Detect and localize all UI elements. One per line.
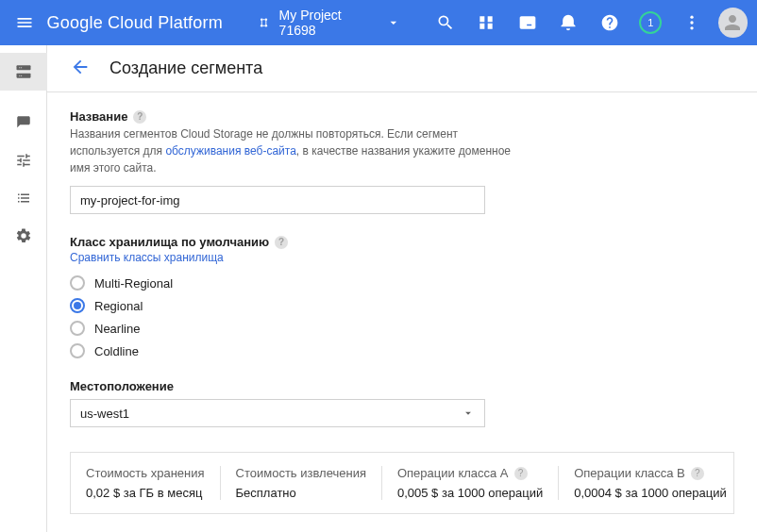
arrow-back-icon [70,57,91,77]
bell-icon [559,13,578,32]
name-label-row: Название ? [70,109,734,124]
svg-point-3 [264,25,267,27]
location-value: us-west1 [80,407,129,421]
more-button[interactable] [677,8,706,38]
page-body: Создание сегмента Название ? Названия се… [47,45,757,532]
location-label: Местоположение [70,379,734,393]
storage-class-radios: Multi-Regional Regional Nearline Coldlin… [70,272,734,362]
class-label: Класс хранилища по умолчанию [70,235,269,249]
more-vert-icon [682,13,701,32]
help-icon[interactable]: ? [133,110,146,124]
gift-button[interactable] [472,8,501,38]
price-col: Стоимость извлечения Бесплатно [221,466,382,500]
hamburger-menu[interactable] [13,11,36,34]
gift-icon [477,13,496,32]
help-icon[interactable]: ? [691,467,704,480]
project-icon [259,15,274,30]
account-avatar[interactable] [718,8,748,38]
create-bucket-form: Название ? Названия сегментов Cloud Stor… [47,92,757,532]
radio-icon [70,321,85,336]
radio-icon [70,275,85,291]
radio-icon [70,343,85,358]
compare-classes-link[interactable]: Сравнить классы хранилища [70,251,734,264]
price-col: Стоимость хранения 0,02 $ за ГБ в месяц [71,466,221,500]
svg-point-1 [264,18,267,21]
search-button[interactable] [430,8,460,38]
radio-nearline[interactable]: Nearline [70,317,734,340]
svg-rect-8 [16,74,30,78]
pricing-table: Стоимость хранения 0,02 $ за ГБ в месяц … [70,452,734,514]
brand-label: Google Cloud Platform [47,13,223,33]
notifications-button[interactable] [554,8,583,38]
project-name: My Project 71698 [279,8,380,38]
help-icon[interactable]: ? [275,236,288,249]
svg-point-12 [21,75,22,76]
notifications-badge[interactable]: 1 [636,8,665,38]
help-button[interactable] [595,8,624,38]
sidebar-item-browser[interactable] [0,53,47,91]
svg-rect-7 [16,65,30,70]
svg-point-0 [261,18,263,21]
page-title: Создание сегмента [109,58,262,78]
page-header: Создание сегмента [47,45,757,92]
sidebar [0,45,47,532]
caret-down-icon [462,407,475,420]
caret-down-icon [386,15,401,30]
search-icon [436,13,455,32]
badge-count: 1 [639,11,662,34]
svg-point-9 [19,67,20,68]
back-button[interactable] [70,57,91,80]
person-icon [721,11,744,34]
website-hosting-link[interactable]: обслуживания веб-сайта [165,144,295,158]
help-icon[interactable]: ? [514,467,528,480]
bucket-name-input[interactable] [70,186,485,214]
radio-regional[interactable]: Regional [70,294,734,317]
radio-multi-regional[interactable]: Multi-Regional [70,272,734,294]
cloud-shell-icon [518,13,537,32]
radio-coldline[interactable]: Coldline [70,340,734,362]
project-selector[interactable]: My Project 71698 [251,2,408,43]
price-col: Операции класса А? 0,005 $ за 1000 опера… [382,466,559,500]
sidebar-item-settings-list[interactable] [0,179,47,217]
location-select[interactable]: us-west1 [70,399,485,427]
class-label-row: Класс хранилища по умолчанию ? [70,235,734,249]
cloud-shell-button[interactable] [513,8,542,38]
svg-point-5 [690,21,693,24]
radio-icon [70,298,85,313]
svg-point-11 [19,75,20,76]
svg-point-6 [690,26,693,29]
price-col: Операции класса B? 0,0004 $ за 1000 опер… [559,466,741,500]
svg-point-4 [690,16,693,19]
sidebar-item-transfer[interactable] [0,104,47,141]
name-label: Название [70,109,127,124]
name-desc: Названия сегментов Cloud Storage не долж… [70,125,523,176]
topbar: Google Cloud Platform My Project 71698 1 [0,0,757,45]
sidebar-item-settings[interactable] [0,217,47,255]
help-icon [600,13,619,32]
svg-point-2 [261,25,263,27]
sidebar-item-transfer-appliance[interactable] [0,141,47,179]
svg-point-10 [21,67,22,68]
